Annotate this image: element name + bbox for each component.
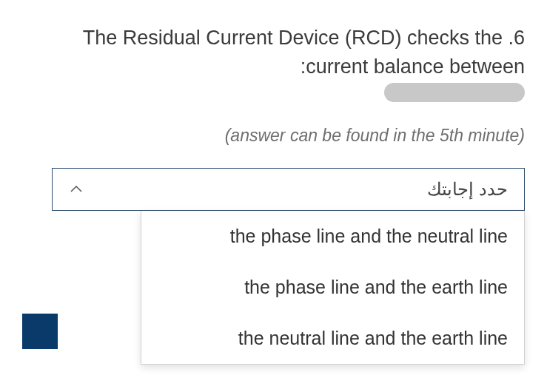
quiz-question-page: The Residual Current Device (RCD) checks… (0, 0, 547, 392)
dropdown-list: the phase line and the neutral line the … (141, 211, 525, 365)
dropdown-option[interactable]: the phase line and the neutral line (141, 211, 524, 262)
question-text: The Residual Current Device (RCD) checks… (22, 24, 525, 81)
dropdown-option[interactable]: the phase line and the earth line (141, 262, 524, 313)
redacted-mark (384, 83, 525, 102)
dropdown-header[interactable]: حدد إجابتك (52, 168, 525, 211)
hint-text: (answer can be found in the 5th minute) (22, 126, 525, 146)
redaction-wrap (22, 83, 525, 105)
answer-dropdown: حدد إجابتك the phase line and the neutra… (52, 168, 525, 365)
question-line-2: :current balance between (301, 55, 525, 78)
chevron-up-icon (69, 182, 84, 197)
question-line-1: The Residual Current Device (RCD) checks… (83, 27, 525, 49)
dropdown-placeholder: حدد إجابتك (427, 179, 508, 200)
nav-button[interactable] (22, 314, 58, 349)
dropdown-option[interactable]: the neutral line and the earth line (141, 313, 524, 364)
